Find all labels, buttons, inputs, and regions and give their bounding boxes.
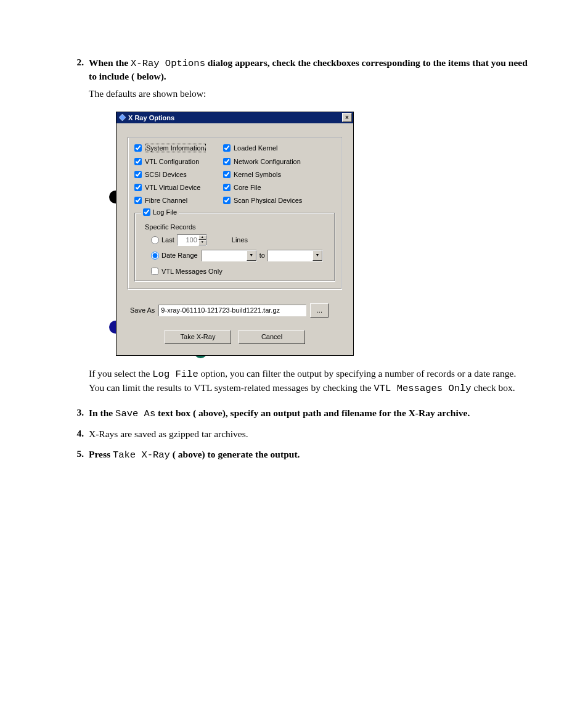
text: When the	[89, 57, 131, 68]
checkbox-label: Kernel Symbols	[234, 171, 281, 178]
checkbox-log-file[interactable]	[143, 208, 150, 216]
step-body: In the Save As text box ( above), specif…	[89, 407, 533, 421]
checkbox-input[interactable]	[223, 184, 231, 191]
code: Save As	[115, 408, 155, 419]
step-number: 3.	[68, 407, 89, 421]
checkbox-scsi-devices[interactable]: SCSI Devices	[134, 171, 221, 178]
app-icon	[118, 114, 126, 121]
checkbox-system-information[interactable]: System Information	[134, 144, 221, 152]
checkbox-label: Log File	[153, 208, 177, 216]
close-button[interactable]: ×	[342, 113, 352, 122]
radio-date-range[interactable]	[151, 252, 159, 260]
checkbox-label: VTL Messages Only	[161, 268, 223, 275]
dialog-titlebar: X Ray Options ×	[116, 112, 354, 123]
explanatory-text: If you select the Log File option, you c…	[89, 367, 533, 396]
date-from-combo[interactable]: ▼	[202, 250, 257, 261]
date-to-combo[interactable]: ▼	[267, 250, 323, 261]
checkbox-label: Network Configuration	[234, 158, 301, 165]
checkbox-input[interactable]	[134, 158, 142, 165]
checkbox-input[interactable]	[134, 184, 142, 191]
step-number: 4.	[68, 428, 89, 441]
step-4: 4. X-Rays are saved as gzipped tar archi…	[68, 428, 533, 441]
radio-last-row: Last ▲ ▼ Lines	[151, 234, 329, 246]
lines-label: Lines	[232, 236, 248, 244]
text: check box.	[472, 382, 515, 393]
date-from-input[interactable]	[202, 250, 247, 261]
browse-button[interactable]: ...	[310, 303, 329, 318]
spinner-down-icon[interactable]: ▼	[198, 240, 206, 245]
spinner-arrows[interactable]: ▲ ▼	[198, 235, 206, 245]
checkbox-input[interactable]	[134, 197, 142, 204]
radio-date-range-row: Date Range ▼ to ▼	[151, 250, 329, 261]
checkbox-label: System Information	[145, 144, 206, 152]
checkbox-label: VTL Configuration	[145, 158, 199, 165]
log-file-legend[interactable]: Log File	[141, 208, 179, 216]
chevron-down-icon[interactable]: ▼	[312, 250, 322, 261]
code: Take X-Ray	[113, 449, 170, 461]
radio-label: Date Range	[161, 252, 198, 259]
checkbox-input[interactable]	[151, 268, 158, 275]
radio-label: Last	[161, 236, 174, 244]
checkbox-label: Fibre Channel	[145, 197, 187, 204]
last-lines-spinner[interactable]: ▲ ▼	[177, 234, 207, 246]
text: text box ( above), specify an output pat…	[155, 408, 470, 418]
code: VTL Messages Only	[374, 383, 471, 394]
save-as-row: Save As ...	[130, 303, 342, 318]
checkbox-vtl-virtual-device[interactable]: VTL Virtual Device	[134, 184, 221, 191]
checkbox-input[interactable]	[223, 144, 231, 152]
xray-options-dialog: X Ray Options × System Information Loade…	[116, 112, 354, 356]
step-3: 3. In the Save As text box ( above), spe…	[68, 407, 533, 421]
code: Log File	[152, 369, 198, 380]
svg-marker-0	[119, 114, 126, 121]
dialog-body: System Information Loaded Kernel VTL Con…	[116, 123, 354, 356]
to-label: to	[259, 252, 265, 259]
save-as-label: Save As	[130, 306, 155, 314]
cancel-button[interactable]: Cancel	[239, 330, 305, 344]
log-file-group: Log File Specific Records Last ▲ ▼	[134, 213, 335, 282]
checkbox-label: SCSI Devices	[145, 171, 187, 178]
dialog-buttons: Take X-Ray Cancel	[128, 330, 342, 344]
checkbox-network-configuration[interactable]: Network Configuration	[223, 158, 335, 165]
spinner-input[interactable]	[178, 235, 198, 245]
checkbox-scan-physical-devices[interactable]: Scan Physical Devices	[223, 197, 335, 204]
step-2: 2. When the X-Ray Options dialog appears…	[68, 57, 533, 83]
checkbox-input[interactable]	[223, 197, 231, 204]
step-number: 2.	[68, 57, 89, 83]
chevron-down-icon[interactable]: ▼	[247, 250, 256, 261]
text: ( above) to generate the output.	[170, 449, 300, 459]
spinner-up-icon[interactable]: ▲	[198, 235, 206, 240]
dialog-title: X Ray Options	[128, 114, 342, 121]
step-number: 5.	[68, 448, 89, 462]
text: Press	[89, 449, 113, 459]
save-as-input[interactable]	[158, 305, 306, 316]
checkbox-label: Loaded Kernel	[234, 144, 278, 152]
date-to-input[interactable]	[268, 250, 312, 261]
checkbox-vtl-configuration[interactable]: VTL Configuration	[134, 158, 221, 165]
step-body: Press Take X-Ray ( above) to generate th…	[89, 448, 533, 462]
checkbox-label: Scan Physical Devices	[234, 197, 302, 204]
radio-last[interactable]	[151, 236, 159, 244]
step-body: When the X-Ray Options dialog appears, c…	[89, 57, 533, 83]
checkbox-loaded-kernel[interactable]: Loaded Kernel	[223, 144, 335, 152]
checkbox-input[interactable]	[223, 158, 231, 165]
page: 2. When the X-Ray Options dialog appears…	[0, 0, 588, 706]
specific-records-label: Specific Records	[145, 223, 329, 231]
checkbox-input[interactable]	[134, 171, 142, 178]
checkbox-core-file[interactable]: Core File	[223, 184, 335, 191]
checkbox-fibre-channel[interactable]: Fibre Channel	[134, 197, 221, 204]
checkbox-input[interactable]	[134, 144, 142, 152]
step-5: 5. Press Take X-Ray ( above) to generate…	[68, 448, 533, 462]
step-subtext: The defaults are shown below:	[89, 87, 533, 101]
code: X-Ray Options	[131, 58, 205, 69]
checkbox-kernel-symbols[interactable]: Kernel Symbols	[223, 171, 335, 178]
step-body: X-Rays are saved as gzipped tar archives…	[89, 428, 533, 441]
take-xray-button[interactable]: Take X-Ray	[165, 330, 231, 344]
text: In the	[89, 408, 115, 418]
options-group: System Information Loaded Kernel VTL Con…	[128, 137, 342, 290]
text: If you select the	[89, 368, 152, 379]
checkbox-input[interactable]	[223, 171, 231, 178]
checkbox-label: VTL Virtual Device	[145, 184, 200, 191]
checkbox-label: Core File	[234, 184, 261, 191]
checkbox-vtl-messages-only[interactable]: VTL Messages Only	[151, 268, 329, 275]
checkbox-grid: System Information Loaded Kernel VTL Con…	[134, 144, 335, 204]
